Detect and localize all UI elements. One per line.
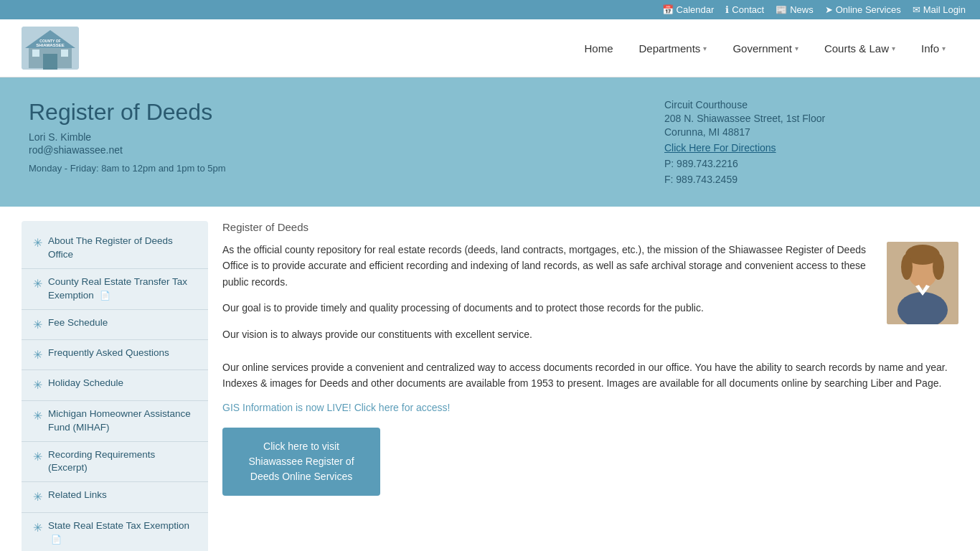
mail-login-link[interactable]: ✉ Mail Login [913,4,966,15]
sidebar-related-label: Related Links [48,489,197,502]
star-icon: ✳ [33,235,42,251]
content-main-text: As the official county repository for re… [222,242,872,352]
calendar-icon: 📅 [662,4,674,15]
news-icon: 📰 [776,4,787,15]
contact-link[interactable]: ℹ Contact [725,4,764,15]
contact-label: Contact [732,4,764,15]
online-services-label: Online Services [836,4,901,15]
sidebar-item-state-tax[interactable]: ✳ State Real Estate Tax Exemption 📄 [22,513,208,551]
sidebar-faq-label: Frequently Asked Questions [48,347,197,360]
sidebar-item-faq[interactable]: ✳ Frequently Asked Questions [22,340,208,370]
star-icon: ✳ [33,317,42,333]
sidebar-item-county-tax[interactable]: ✳ County Real Estate Transfer Tax Exempt… [22,269,208,310]
calendar-label: Calendar [677,4,715,15]
sidebar-item-related[interactable]: ✳ Related Links [22,482,208,512]
hero-email[interactable]: rod@shiawassee.net [29,144,636,156]
address-line3: Corunna, MI 48817 [664,126,951,138]
sidebar-about-label: About The Register of Deeds Office [48,235,197,262]
nav-courts-law[interactable]: Courts & Law ▾ [811,37,908,60]
sidebar-holiday-label: Holiday Schedule [48,377,197,390]
mail-login-label: Mail Login [923,4,966,15]
star-icon: ✳ [33,347,42,363]
hero-left: Register of Deeds Lori S. Kimble rod@shi… [29,99,636,185]
directions-link[interactable]: Click Here For Directions [664,142,951,154]
county-logo: COUNTY OF SHIAWASSEE [22,27,79,70]
top-bar: 📅 Calendar ℹ Contact 📰 News ➤ Online Ser… [0,0,980,19]
header: COUNTY OF SHIAWASSEE Home Departments ▾ … [0,19,980,77]
doc-icon: 📄 [100,291,110,301]
main-nav: Home Departments ▾ Government ▾ Courts &… [571,37,958,60]
contact-icon: ℹ [725,4,729,15]
courts-chevron: ▾ [892,44,895,52]
online-services-icon: ➤ [825,4,833,15]
nav-government[interactable]: Government ▾ [720,37,811,60]
doc-icon: 📄 [51,534,62,545]
svg-rect-5 [61,50,68,57]
nav-info[interactable]: Info ▾ [908,37,958,60]
page-title: Register of Deeds [29,99,636,126]
online-services-button[interactable]: Click here to visit Shiawassee Register … [222,428,380,496]
star-icon: ✳ [33,489,42,505]
sidebar-fee-label: Fee Schedule [48,316,197,330]
info-chevron: ▾ [942,44,946,52]
address-line2: 208 N. Shiawassee Street, 1st Floor [664,113,951,124]
svg-rect-4 [32,50,39,57]
government-chevron: ▾ [795,44,798,52]
sidebar-item-about[interactable]: ✳ About The Register of Deeds Office [22,228,208,269]
content-para-1: As the official county repository for re… [222,242,872,290]
staff-photo [887,242,958,324]
content-para-2: Our goal is to provide timely and qualit… [222,300,872,316]
fax-number: F: 989.743.2459 [664,174,951,185]
gis-link[interactable]: GIS Information is now LIVE! Click here … [222,402,958,413]
main-content: ✳ About The Register of Deeds Office ✳ C… [0,207,980,551]
sidebar-item-mihaf[interactable]: ✳ Michigan Homeowner Assistance Fund (MI… [22,401,208,442]
mail-icon: ✉ [913,4,920,15]
news-link[interactable]: 📰 News [776,4,814,15]
online-services-link[interactable]: ➤ Online Services [825,4,901,15]
sidebar-item-fee[interactable]: ✳ Fee Schedule [22,310,208,340]
hero-name: Lori S. Kimble [29,131,636,143]
logo-area: COUNTY OF SHIAWASSEE [22,27,179,70]
svg-text:SHIAWASSEE: SHIAWASSEE [36,43,65,47]
sidebar-mihaf-label: Michigan Homeowner Assistance Fund (MIHA… [48,408,197,435]
address-line1: Circuit Courthouse [664,99,951,110]
star-icon: ✳ [33,377,42,393]
star-icon: ✳ [33,408,42,424]
content-title: Register of Deeds [222,221,958,233]
news-label: News [790,4,814,15]
content-area: Register of Deeds As the official county… [222,221,958,551]
content-para-4: Our online services provide a convenient… [222,359,958,392]
phone-number: P: 989.743.2216 [664,158,951,169]
svg-rect-3 [43,54,57,70]
star-icon: ✳ [33,276,42,292]
content-top: As the official county repository for re… [222,242,958,352]
sidebar: ✳ About The Register of Deeds Office ✳ C… [22,221,208,551]
hero-hours: Monday - Friday: 8am to 12pm and 1pm to … [29,163,636,174]
sidebar-county-tax-label: County Real Estate Transfer Tax Exemptio… [48,276,197,303]
star-icon: ✳ [33,449,42,465]
departments-chevron: ▾ [703,44,707,52]
svg-point-11 [901,254,913,280]
sidebar-item-recording[interactable]: ✳ Recording Requirements (Excerpt) [22,442,208,483]
calendar-link[interactable]: 📅 Calendar [662,4,715,15]
hero-section: Register of Deeds Lori S. Kimble rod@shi… [0,77,980,207]
sidebar-state-tax-label: State Real Estate Tax Exemption 📄 [48,519,197,547]
nav-home[interactable]: Home [571,37,626,60]
content-para-3: Our vision is to always provide our cons… [222,326,872,342]
star-icon: ✳ [33,520,42,536]
nav-departments[interactable]: Departments ▾ [626,37,720,60]
hero-right: Circuit Courthouse 208 N. Shiawassee Str… [664,99,951,185]
sidebar-recording-label: Recording Requirements (Excerpt) [48,448,197,476]
svg-point-12 [933,254,944,280]
sidebar-item-holiday[interactable]: ✳ Holiday Schedule [22,370,208,400]
